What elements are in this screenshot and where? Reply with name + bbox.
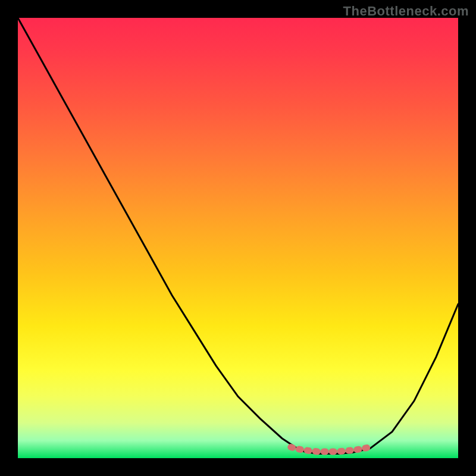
curve-layer <box>18 18 458 458</box>
flat-band-marker <box>291 447 370 452</box>
chart-frame: TheBottleneck.com <box>0 0 476 476</box>
plot-area <box>18 18 458 458</box>
watermark-text: TheBottleneck.com <box>343 4 469 19</box>
bottleneck-curve <box>18 18 458 454</box>
